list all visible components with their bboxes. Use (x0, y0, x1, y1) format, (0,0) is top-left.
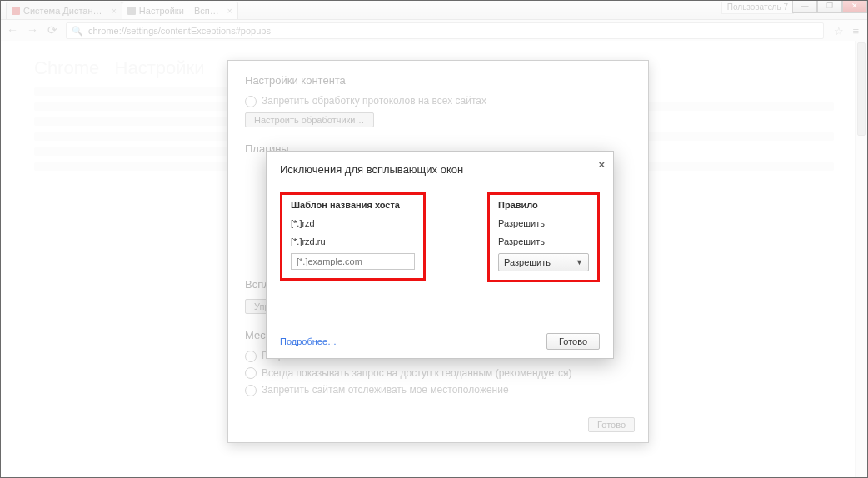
dialog-close-button[interactable]: × (598, 158, 605, 171)
col-header-rule: Правило (498, 200, 589, 210)
col-header-host: Шаблон названия хоста (291, 200, 415, 210)
chevron-down-icon: ▼ (576, 258, 583, 266)
rule-select[interactable]: Разрешить ▼ (498, 253, 589, 271)
chrome-window: Система Дистанционно… × Настройки – Вспл… (0, 0, 868, 478)
dialog-title: Исключения для всплывающих окон (280, 163, 600, 176)
host-column-highlight: Шаблон названия хоста [*.]rzd [*.]rzd.ru (280, 192, 426, 281)
popup-exceptions-dialog: × Исключения для всплывающих окон Шаблон… (266, 151, 614, 359)
radio-icon (245, 96, 257, 107)
radio-icon (245, 351, 257, 362)
radio-icon (245, 367, 257, 379)
dialog-done-button[interactable]: Готово (546, 333, 600, 350)
host-row-1[interactable]: [*.]rzd.ru (291, 235, 415, 248)
rule-select-label: Разрешить (504, 257, 551, 267)
radio-icon (245, 385, 257, 396)
rule-row-1: Разрешить (498, 235, 589, 248)
dialog-footer: Подробнее… Готово (280, 333, 600, 350)
handlers-button[interactable]: Настроить обработчики… (245, 112, 374, 127)
rule-column-highlight: Правило Разрешить Разрешить Разрешить ▼ (487, 192, 600, 282)
rule-row-0: Разрешить (498, 217, 589, 230)
panel1-title: Настройки контента (245, 74, 631, 87)
learn-more-link[interactable]: Подробнее… (280, 336, 337, 346)
exceptions-table: Шаблон названия хоста [*.]rzd [*.]rzd.ru… (280, 192, 600, 282)
new-host-input[interactable] (291, 253, 415, 270)
panel1-done-button[interactable]: Готово (588, 417, 635, 432)
host-row-0[interactable]: [*.]rzd (291, 217, 415, 230)
